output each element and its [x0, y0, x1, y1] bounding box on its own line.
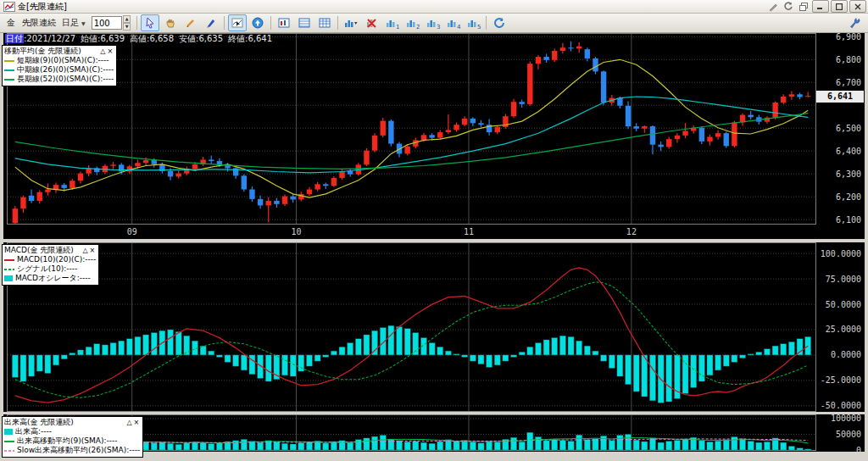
legend-close-button[interactable]: ×: [133, 419, 141, 426]
chart-area: 6,9006,8006,7006,5006,4006,3006,2006,100…: [0, 33, 868, 452]
remove-chart-button[interactable]: [362, 14, 381, 31]
volume-legend: 出来高(金 先限連続) △ × 出来高:---- 出来高移動平均(9)(SMA)…: [2, 416, 143, 458]
volume-legend-title: 出来高(金 先限連続): [4, 418, 125, 427]
legend-collapse-button[interactable]: △: [99, 47, 106, 55]
scroll-to-latest-button[interactable]: [248, 14, 267, 31]
wrench-icon: [849, 17, 860, 29]
panel-icon: [278, 17, 290, 29]
signal-line-swatch: [4, 269, 14, 270]
svg-text:0: 0: [856, 446, 861, 453]
chart-type-dropdown-button[interactable]: [342, 14, 360, 31]
svg-text:100.0000: 100.0000: [821, 249, 861, 258]
pan-tool-button[interactable]: [161, 14, 180, 31]
spin-up-icon[interactable]: ▲: [123, 15, 131, 23]
legend-row: 長期線(52)(0)(SMA)(C):----: [4, 75, 114, 84]
toolbar-separator: [337, 16, 338, 30]
legend-row: 出来高移動平均(9)(SMA):----: [4, 436, 140, 446]
legend-collapse-button[interactable]: △: [81, 247, 88, 254]
high-value: 高値:6,658: [130, 34, 174, 43]
open-value: 始値:6,639: [81, 34, 125, 43]
refresh-window-icon[interactable]: [782, 1, 795, 12]
legend-row: MACDオシレータ:----: [4, 274, 96, 283]
svg-text:-25.0000: -25.0000: [821, 375, 861, 385]
annotation-tool-button[interactable]: [202, 14, 220, 31]
svg-text:75.0000: 75.0000: [826, 275, 861, 284]
svg-text:10: 10: [292, 227, 302, 236]
pen-tool-icon[interactable]: [766, 1, 780, 12]
legend-row: MACD(10)(20)(C):----: [4, 255, 96, 264]
cursor-icon: [144, 17, 156, 29]
period-dropdown[interactable]: 日足▼: [62, 17, 86, 29]
draw-line-tool-button[interactable]: [181, 14, 200, 31]
svg-text:-50.0000: -50.0000: [821, 401, 861, 410]
settings-wrench-button[interactable]: [845, 14, 864, 31]
refresh-chart-button[interactable]: [490, 14, 509, 31]
grid-large-button[interactable]: [315, 14, 334, 31]
chart-slot-3-button[interactable]: 3: [423, 14, 442, 31]
grid-cells-icon: [319, 17, 331, 29]
bar-count-spinner[interactable]: ▲ ▼: [92, 15, 131, 31]
circle-arrow-icon: [252, 17, 264, 29]
svg-text:6,400: 6,400: [836, 147, 861, 156]
svg-text:6,200: 6,200: [836, 192, 861, 202]
sma26-swatch: [4, 69, 14, 71]
macd-legend-title: MACD(金 先限連続): [4, 246, 81, 255]
toolbar-separator: [224, 16, 225, 30]
macd-legend: MACD(金 先限連続) △ × MACD(10)(20)(C):---- シグ…: [2, 244, 99, 286]
remove-chart-icon: [365, 17, 377, 29]
maximize-button[interactable]: [831, 0, 848, 13]
low-value: 安値:6,635: [179, 34, 223, 43]
grid-small-button[interactable]: [295, 14, 314, 31]
bar-count-input[interactable]: [92, 16, 122, 30]
toolbar-separator: [270, 16, 271, 30]
svg-text:6,500: 6,500: [836, 124, 861, 133]
window-title: 金[先限連続]: [18, 1, 67, 13]
crosshair-mode-button[interactable]: [228, 14, 247, 31]
legend-close-button[interactable]: ×: [89, 247, 97, 254]
refresh-icon: [493, 17, 505, 29]
svg-text:25.0000: 25.0000: [826, 325, 861, 334]
chart-slot-2-button[interactable]: 2: [403, 14, 421, 31]
close-button[interactable]: [849, 0, 866, 13]
chart-window-icon: [3, 2, 15, 12]
date-label: 日付: [5, 34, 24, 43]
minimize-button[interactable]: [812, 0, 829, 13]
chevron-down-icon: ▼: [81, 20, 86, 26]
ma-legend: 移動平均(金 先限連続) △ × 短期線(9)(0)(SMA)(C):---- …: [2, 45, 117, 86]
toolbar: 金 先限連続 日足▼ ▲ ▼: [0, 14, 868, 33]
legend-row: Slow出来高移動平均(26)(SMA):----: [4, 446, 140, 455]
titlebar: 金[先限連続]: [0, 0, 868, 14]
legend-row: シグナル(10):----: [4, 264, 96, 274]
spin-down-icon[interactable]: ▼: [123, 23, 131, 31]
cascade-windows-icon[interactable]: [797, 1, 810, 12]
svg-text:6,900: 6,900: [836, 33, 861, 42]
bar-chart-icon: [344, 17, 358, 29]
svg-text:6,300: 6,300: [836, 169, 861, 179]
contract-label: 先限連続: [22, 17, 56, 29]
ohlc-info-line: 日付:2021/12/27始値:6,639高値:6,658安値:6,635終値:…: [5, 33, 277, 45]
chart-slot-4-button[interactable]: 4: [443, 14, 462, 31]
volume-ma9-swatch: [4, 441, 14, 442]
last-price-tag: 6,641: [816, 91, 864, 103]
svg-text:100000: 100000: [831, 414, 861, 423]
legend-close-button[interactable]: ×: [107, 47, 114, 55]
svg-text:6,800: 6,800: [836, 55, 861, 64]
svg-text:50000: 50000: [836, 430, 861, 439]
toolbar-separator: [486, 16, 487, 30]
ma-legend-title: 移動平均(金 先限連続): [4, 47, 99, 56]
svg-text:50.0000: 50.0000: [826, 300, 861, 309]
hand-icon: [164, 17, 176, 29]
chart-canvas[interactable]: 6,9006,8006,7006,5006,4006,3006,2006,100…: [0, 33, 868, 452]
panel-layout-button[interactable]: [275, 14, 293, 31]
sma52-swatch: [4, 79, 14, 81]
chart-slot-5-button[interactable]: 5: [464, 14, 482, 31]
svg-text:6,100: 6,100: [836, 215, 861, 225]
chart-slot-1-button[interactable]: 1: [382, 14, 401, 31]
legend-collapse-button[interactable]: △: [125, 419, 132, 426]
app-window: 金[先限連続] 金 先限連続 日足▼ ▲ ▼: [0, 0, 868, 461]
svg-text:09: 09: [127, 227, 137, 236]
pen-icon: [205, 17, 217, 29]
cursor-tool-button[interactable]: [141, 14, 159, 31]
sma9-swatch: [4, 60, 14, 62]
macd-line-swatch: [4, 259, 14, 261]
